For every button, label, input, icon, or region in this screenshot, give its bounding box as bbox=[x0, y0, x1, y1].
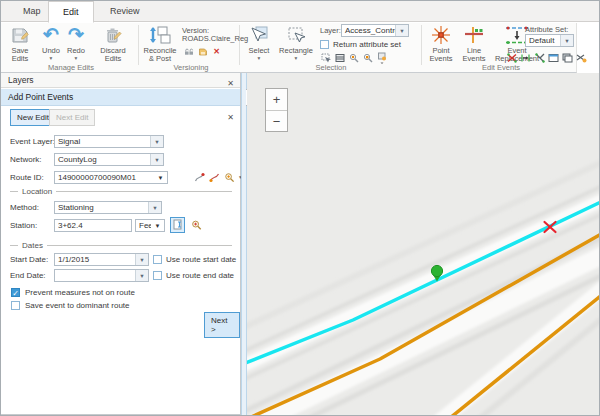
next-edit-button[interactable]: Next Edit bbox=[49, 109, 95, 126]
pan-to-selection-icon[interactable] bbox=[362, 52, 373, 63]
station-label: Station: bbox=[10, 219, 37, 232]
zoom-to-selection-icon[interactable] bbox=[348, 52, 359, 63]
use-route-start-label: Use route start date bbox=[166, 254, 236, 265]
selection-options-icon[interactable] bbox=[376, 52, 387, 63]
edit-events-group-label: Edit Events bbox=[456, 63, 546, 72]
attribute-set-select[interactable]: Default ▼ bbox=[525, 34, 574, 47]
save-version-icon[interactable] bbox=[197, 46, 208, 57]
retire-event-icon[interactable] bbox=[520, 52, 531, 63]
split-event-icon[interactable] bbox=[506, 52, 517, 63]
group-separator bbox=[138, 25, 139, 65]
layer-label: Layer: bbox=[320, 26, 341, 35]
route-id-value: 14900000700090M01 bbox=[55, 172, 154, 183]
selection-group-label: Selection bbox=[291, 63, 371, 72]
chevron-down-icon: ▼ bbox=[148, 202, 161, 213]
ribbon-tabbar: Map Edit Review bbox=[1, 1, 599, 22]
edit-events-small-icons bbox=[506, 52, 587, 63]
prevent-measures-checkbox[interactable]: ✓ bbox=[11, 288, 20, 297]
map-canvas[interactable]: + − bbox=[247, 73, 599, 415]
versioning-group-label: Versioning bbox=[151, 63, 231, 72]
end-date-label: End Date: bbox=[10, 269, 46, 282]
use-route-end-checkbox[interactable] bbox=[153, 271, 162, 280]
route-id-combo[interactable]: 14900000700090M01 ▼ bbox=[54, 171, 168, 184]
selection-attributes-icon[interactable] bbox=[334, 52, 345, 63]
method-select[interactable]: Stationing ▼ bbox=[54, 201, 162, 214]
location-section-separator: Location bbox=[10, 187, 232, 196]
event-layer-select[interactable]: Signal ▼ bbox=[54, 135, 164, 148]
prevent-measures-label: Prevent measures not on route bbox=[25, 287, 135, 298]
chevron-down-icon: ▼ bbox=[150, 154, 163, 165]
start-date-picker[interactable]: 1/1/2015 ▼ bbox=[54, 253, 149, 266]
location-section-label: Location bbox=[22, 187, 52, 196]
point-events-icon bbox=[425, 24, 457, 46]
next-button[interactable]: Next > bbox=[204, 312, 240, 338]
delete-version-icon[interactable]: ✕ bbox=[211, 46, 222, 57]
use-route-start-checkbox[interactable] bbox=[153, 255, 162, 264]
line-events-button[interactable]: Line Events bbox=[459, 24, 489, 63]
end-date-picker[interactable]: ▼ bbox=[54, 269, 149, 282]
rectangle-select-button[interactable]: Rectangle ▾ bbox=[277, 24, 315, 61]
select-button[interactable]: Select ▾ bbox=[245, 24, 273, 61]
layers-pane-title: Layers bbox=[8, 75, 34, 85]
add-point-events-header: Add Point Events ✕ bbox=[1, 89, 240, 106]
method-label: Method: bbox=[10, 201, 39, 214]
group-separator bbox=[421, 25, 422, 65]
redo-button[interactable]: ↷ Redo ▾ bbox=[64, 24, 88, 61]
undo-button[interactable]: ↶ Undo ▾ bbox=[39, 24, 63, 61]
refresh-version-icon[interactable] bbox=[183, 46, 194, 57]
select-route-icon[interactable] bbox=[209, 172, 220, 183]
event-attributes-window-icon[interactable] bbox=[548, 52, 559, 63]
attribute-set-value: Default bbox=[526, 35, 560, 46]
save-edits-button[interactable]: Save Edits bbox=[3, 24, 37, 63]
pick-location-button[interactable] bbox=[170, 217, 185, 233]
copy-events-icon[interactable] bbox=[562, 52, 573, 63]
chevron-down-icon: ▼ bbox=[135, 254, 148, 265]
return-attribute-set-label: Return attribute set bbox=[333, 39, 401, 50]
move-event-icon[interactable] bbox=[534, 52, 545, 63]
reconcile-post-button[interactable]: Reconcile & Post bbox=[142, 24, 178, 63]
version-value: ROADS.Claire_Reg bbox=[182, 34, 248, 43]
undo-label: Undo bbox=[39, 47, 63, 55]
undo-dropdown-caret[interactable]: ▾ bbox=[39, 56, 63, 61]
save-edits-label: Save Edits bbox=[3, 47, 37, 63]
station-input[interactable] bbox=[54, 219, 132, 232]
tab-review[interactable]: Review bbox=[96, 1, 154, 22]
use-route-end-label: Use route end date bbox=[166, 270, 234, 281]
discard-edits-button[interactable]: Discard Edits bbox=[91, 24, 135, 63]
zoom-in-button[interactable]: + bbox=[266, 89, 287, 110]
chevron-down-icon: ▼ bbox=[560, 35, 573, 46]
rectangle-label: Rectangle bbox=[277, 47, 315, 55]
select-dropdown-caret[interactable]: ▾ bbox=[245, 56, 273, 61]
event-options-icon[interactable] bbox=[576, 52, 587, 63]
tab-edit[interactable]: Edit bbox=[48, 1, 94, 23]
network-value: CountyLog bbox=[55, 154, 150, 165]
network-label: Network: bbox=[10, 153, 42, 166]
rectangle-dropdown-caret[interactable]: ▾ bbox=[277, 56, 315, 61]
zoom-to-route-icon[interactable] bbox=[224, 172, 235, 183]
zoom-out-button[interactable]: − bbox=[266, 110, 287, 131]
discard-edits-icon bbox=[91, 24, 135, 46]
zoom-to-station-icon[interactable] bbox=[191, 219, 202, 230]
identify-route-icon[interactable] bbox=[194, 172, 205, 183]
save-dominant-checkbox[interactable] bbox=[11, 301, 20, 310]
select-tool-icon bbox=[245, 24, 273, 46]
units-select[interactable]: Feet ▼ bbox=[135, 219, 165, 232]
network-select[interactable]: CountyLog ▼ bbox=[54, 153, 164, 166]
method-value: Stationing bbox=[55, 202, 148, 213]
add-point-events-close-icon[interactable]: ✕ bbox=[227, 109, 234, 126]
redo-icon: ↷ bbox=[64, 24, 88, 46]
map-graphics bbox=[247, 73, 599, 415]
chevron-down-icon: ▼ bbox=[395, 25, 408, 36]
layer-select[interactable]: Access_Control ▼ bbox=[341, 24, 409, 37]
route-id-label: Route ID: bbox=[10, 171, 44, 184]
chevron-down-icon: ▼ bbox=[151, 220, 164, 231]
redo-dropdown-caret[interactable]: ▾ bbox=[64, 56, 88, 61]
redo-label: Redo bbox=[64, 47, 88, 55]
return-attribute-set-checkbox[interactable] bbox=[320, 40, 329, 49]
ribbon: Save Edits ↶ Undo ▾ ↷ Redo ▾ Discard Edi… bbox=[1, 23, 577, 73]
dates-section-separator: Dates bbox=[10, 241, 232, 250]
chevron-down-icon: ▼ bbox=[135, 270, 148, 281]
units-value: Feet bbox=[136, 220, 151, 231]
select-by-shape-icon[interactable] bbox=[320, 52, 331, 63]
point-events-button[interactable]: Point Events bbox=[425, 24, 457, 63]
